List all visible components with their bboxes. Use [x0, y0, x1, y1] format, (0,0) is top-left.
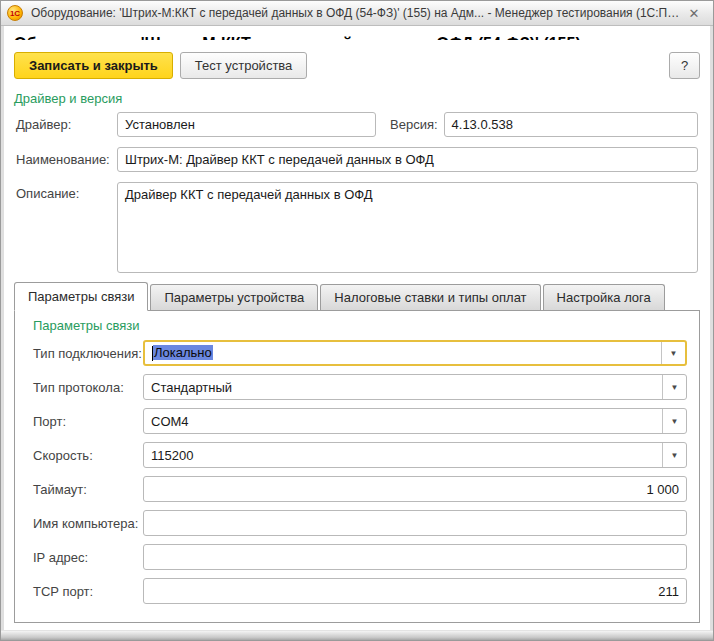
tcp-port-value: 211 — [144, 584, 686, 599]
driver-status-field[interactable]: Установлен — [117, 112, 376, 137]
test-device-button[interactable]: Тест устройства — [180, 52, 307, 79]
help-button[interactable]: ? — [669, 52, 700, 79]
connection-params-heading: Параметры связи — [33, 318, 687, 333]
port-row: Порт: COM4 ▼ — [33, 408, 687, 434]
tab-log-settings[interactable]: Настройка лога — [543, 284, 665, 310]
timeout-input[interactable]: 1 000 — [143, 476, 687, 502]
version-value: 4.13.0.538 — [452, 117, 513, 132]
description-field[interactable]: Драйвер ККТ с передачей данных в ОФД — [117, 182, 698, 273]
connection-type-combobox[interactable]: Локально ▼ — [143, 340, 687, 366]
timeout-value: 1 000 — [144, 482, 686, 497]
tab-device-params[interactable]: Параметры устройства — [150, 284, 318, 310]
speed-label: Скорость: — [33, 448, 143, 463]
driver-status-value: Установлен — [125, 117, 195, 132]
chevron-down-icon[interactable]: ▼ — [662, 375, 686, 399]
connection-type-row: Тип подключения: Локально ▼ — [33, 340, 687, 366]
port-value: COM4 — [144, 414, 662, 429]
speed-combobox[interactable]: 115200 ▼ — [143, 442, 687, 468]
chevron-down-icon[interactable]: ▼ — [662, 409, 686, 433]
connection-type-label: Тип подключения: — [33, 346, 143, 361]
description-value: Драйвер ККТ с передачей данных в ОФД — [125, 187, 373, 202]
protocol-type-value: Стандартный — [144, 380, 662, 395]
driver-label: Драйвер: — [16, 117, 117, 132]
title-bar: 1С Оборудование: 'Штрих-М:ККТ с передаче… — [1, 1, 713, 26]
tcp-port-row: TCP порт: 211 — [33, 578, 687, 604]
command-bar: Записать и закрыть Тест устройства ? — [14, 52, 700, 79]
tcp-port-label: TCP порт: — [33, 584, 143, 599]
tab-connection-params[interactable]: Параметры связи — [14, 282, 148, 311]
timeout-row: Таймаут: 1 000 — [33, 476, 687, 502]
description-label: Описание: — [16, 182, 117, 201]
version-label: Версия: — [390, 117, 438, 132]
window-body: Оборудование: 'Штрих-М:ККТ с передачей д… — [1, 26, 713, 630]
name-field[interactable]: Штрих-М: Драйвер ККТ с передачей данных … — [117, 147, 698, 172]
speed-value: 115200 — [144, 448, 662, 463]
name-value: Штрих-М: Драйвер ККТ с передачей данных … — [125, 152, 434, 167]
ip-address-input[interactable] — [143, 544, 687, 570]
chevron-down-icon[interactable]: ▼ — [662, 443, 686, 467]
app-window: 1С Оборудование: 'Штрих-М:ККТ с передаче… — [0, 0, 714, 641]
driver-section-heading: Драйвер и версия — [14, 91, 700, 106]
save-and-close-button[interactable]: Записать и закрыть — [14, 52, 173, 79]
ip-address-row: IP адрес: — [33, 544, 687, 570]
1c-logo-icon: 1С — [7, 5, 23, 21]
connection-type-value: Локально — [145, 345, 661, 361]
timeout-label: Таймаут: — [33, 482, 143, 497]
description-row: Описание: Драйвер ККТ с передачей данных… — [16, 182, 698, 273]
port-combobox[interactable]: COM4 ▼ — [143, 408, 687, 434]
tab-tax-rates[interactable]: Налоговые ставки и типы оплат — [320, 284, 540, 310]
port-label: Порт: — [33, 414, 143, 429]
computer-name-label: Имя компьютера: — [33, 516, 143, 531]
connection-params-panel: Параметры связи Тип подключения: Локальн… — [14, 310, 700, 623]
name-label: Наименование: — [16, 152, 117, 167]
driver-row: Драйвер: Установлен Версия: 4.13.0.538 — [16, 112, 698, 137]
speed-row: Скорость: 115200 ▼ — [33, 442, 687, 468]
window-bottom-border — [1, 630, 713, 640]
computer-name-row: Имя компьютера: — [33, 510, 687, 536]
chevron-down-icon[interactable]: ▼ — [661, 342, 685, 364]
protocol-type-label: Тип протокола: — [33, 380, 143, 395]
bottom-spacer — [4, 623, 710, 630]
window-title: Оборудование: 'Штрих-М:ККТ с передачей д… — [31, 6, 683, 20]
close-icon[interactable]: ✕ — [683, 3, 705, 23]
tab-bar: Параметры связи Параметры устройства Нал… — [14, 281, 700, 310]
version-field[interactable]: 4.13.0.538 — [444, 112, 698, 137]
page-title: Оборудование: 'Штрих-М:ККТ с передачей д… — [14, 35, 700, 40]
name-row: Наименование: Штрих-М: Драйвер ККТ с пер… — [16, 147, 698, 172]
protocol-type-row: Тип протокола: Стандартный ▼ — [33, 374, 687, 400]
computer-name-input[interactable] — [143, 510, 687, 536]
protocol-type-combobox[interactable]: Стандартный ▼ — [143, 374, 687, 400]
ip-address-label: IP адрес: — [33, 550, 143, 565]
tcp-port-input[interactable]: 211 — [143, 578, 687, 604]
